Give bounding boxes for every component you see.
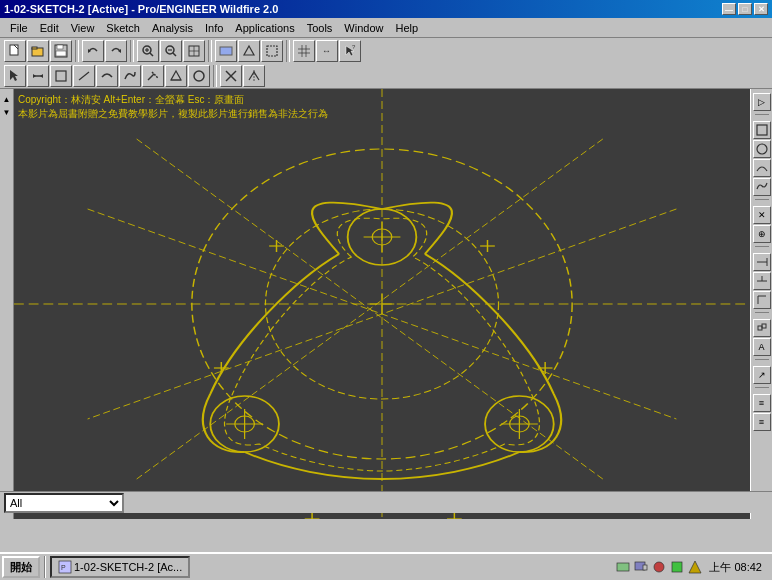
sketch-btn4[interactable] [96,65,118,87]
rt-btn-scale[interactable] [753,319,771,337]
rt-btn-8[interactable] [753,272,771,290]
status-bar: All Geometry Constraints Dimensions [0,491,772,513]
left-sidebar: ▲ ▼ [0,89,14,519]
svg-text:?: ? [352,44,356,50]
svg-rect-0 [10,45,18,55]
sep1 [75,40,79,62]
view-btn1[interactable] [215,40,237,62]
rt-btn-2[interactable] [753,140,771,158]
svg-marker-20 [244,46,254,55]
tray-icon-3 [651,559,667,575]
sketch-canvas [14,89,750,519]
maximize-button[interactable]: □ [738,3,752,15]
rt-btn-extra2[interactable]: ≡ [753,413,771,431]
rt-btn-text[interactable]: A [753,338,771,356]
svg-text:↔: ↔ [322,46,331,56]
close-button[interactable]: ✕ [754,3,768,15]
sketch-btn7[interactable] [165,65,187,87]
sketch-btn1[interactable] [27,65,49,87]
menu-info[interactable]: Info [199,20,229,36]
app-icon: P [58,560,72,574]
grid-btn[interactable] [293,40,315,62]
svg-rect-82 [758,326,762,330]
zoom-out-button[interactable] [160,40,182,62]
minimize-button[interactable]: — [722,3,736,15]
svg-rect-88 [643,565,647,570]
rt-btn-3[interactable] [753,159,771,177]
sidebar-arrow-down[interactable]: ▼ [3,106,11,119]
app-label: 1-02-SKETCH-2 [Ac... [74,561,182,573]
view-btn3[interactable] [261,40,283,62]
menu-window[interactable]: Window [338,20,389,36]
svg-rect-76 [757,125,767,135]
rt-btn-extra[interactable]: ≡ [753,394,771,412]
open-button[interactable] [27,40,49,62]
sep4 [286,40,290,62]
svg-point-77 [757,144,767,154]
rt-sep1 [755,114,769,118]
rt-btn-1[interactable] [753,121,771,139]
rt-btn-7[interactable] [753,253,771,271]
menu-analysis[interactable]: Analysis [146,20,199,36]
rt-btn-4[interactable] [753,178,771,196]
rt-sep4 [755,312,769,316]
taskbar-sep [44,556,46,578]
menu-applications[interactable]: Applications [229,20,300,36]
save-button[interactable] [50,40,72,62]
sketch-btn8[interactable] [188,65,210,87]
start-label: 開始 [10,560,32,575]
rt-btn-6[interactable]: ⊕ [753,225,771,243]
menu-edit[interactable]: Edit [34,20,65,36]
sketch-btn2[interactable] [50,65,72,87]
rt-btn-5[interactable]: ✕ [753,206,771,224]
title-bar-buttons: — □ ✕ [722,3,768,15]
trim-btn[interactable] [220,65,242,87]
menu-help[interactable]: Help [389,20,424,36]
svg-marker-29 [33,74,36,78]
tray-icon-5 [687,559,703,575]
svg-line-32 [79,72,89,80]
taskbar-app-item[interactable]: P 1-02-SKETCH-2 [Ac... [50,556,190,578]
svg-rect-5 [57,45,63,49]
view-btn2[interactable] [238,40,260,62]
redo-button[interactable] [105,40,127,62]
new-button[interactable] [4,40,26,62]
filter-select[interactable]: All Geometry Constraints Dimensions [4,493,124,513]
mirror-btn[interactable] [243,65,265,87]
menu-tools[interactable]: Tools [301,20,339,36]
svg-rect-86 [617,563,629,571]
tray-icon-2 [633,559,649,575]
rt-sep3 [755,246,769,250]
menu-view[interactable]: View [65,20,101,36]
filter-dropdown[interactable]: All Geometry Constraints Dimensions [4,493,124,513]
svg-point-37 [194,71,204,81]
sketch-btn5[interactable] [119,65,141,87]
menu-bar: File Edit View Sketch Analysis Info Appl… [0,18,772,38]
tray-icon-1 [615,559,631,575]
sidebar-arrow-up[interactable]: ▲ [3,93,11,106]
svg-line-33 [148,74,154,80]
rt-btn-9[interactable] [753,291,771,309]
sep2 [130,40,134,62]
zoom-fit-button[interactable] [183,40,205,62]
menu-sketch[interactable]: Sketch [100,20,146,36]
svg-rect-19 [220,47,232,55]
start-button[interactable]: 開始 [2,556,40,578]
help-cursor-btn[interactable]: ? [339,40,361,62]
svg-line-14 [173,53,176,56]
svg-rect-21 [267,46,277,56]
sketch-btn6[interactable] [142,65,164,87]
menu-file[interactable]: File [4,20,34,36]
dim-btn[interactable]: ↔ [316,40,338,62]
undo-button[interactable] [82,40,104,62]
zoom-in-button[interactable] [137,40,159,62]
select-btn[interactable] [4,65,26,87]
canvas-area[interactable]: Copyright：林清安 Alt+Enter：全螢幕 Esc：原畫面 本影片為… [14,89,750,519]
rt-select-btn[interactable]: ▷ [753,93,771,111]
rt-sep5 [755,359,769,363]
sketch-btn3[interactable] [73,65,95,87]
svg-marker-91 [689,561,701,573]
rt-sep6 [755,387,769,391]
rt-btn-arrow[interactable]: ↗ [753,366,771,384]
rt-sep2 [755,199,769,203]
